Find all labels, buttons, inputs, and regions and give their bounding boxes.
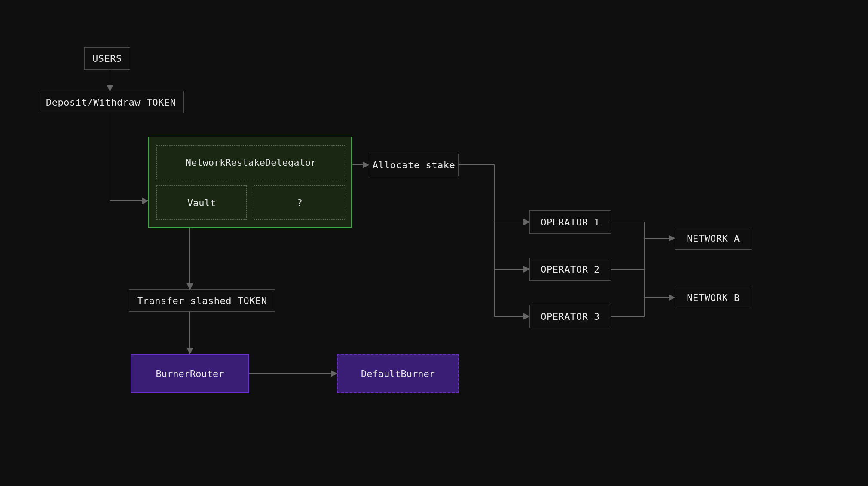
operator-1-label: OPERATOR 1 <box>541 217 599 228</box>
allocate-text: Allocate stake <box>373 160 455 170</box>
node-default-burner: DefaultBurner <box>337 354 459 393</box>
edge-label-allocate-stake: Allocate stake <box>369 154 459 176</box>
vault-group: NetworkRestakeDelegator Vault ? <box>148 137 352 228</box>
node-delegator: NetworkRestakeDelegator <box>156 145 345 179</box>
network-a-label: NETWORK A <box>687 233 740 244</box>
burner-router-label: BurnerRouter <box>156 368 224 379</box>
node-users: USERS <box>84 47 130 70</box>
deposit-withdraw-text: Deposit/Withdraw TOKEN <box>46 97 176 108</box>
unknown-label: ? <box>296 197 302 208</box>
transfer-slashed-text: Transfer slashed TOKEN <box>137 295 267 306</box>
operator-3-label: OPERATOR 3 <box>541 311 599 322</box>
vault-label: Vault <box>187 197 216 208</box>
node-network-b: NETWORK B <box>675 286 752 309</box>
delegator-label: NetworkRestakeDelegator <box>186 157 317 168</box>
node-network-a: NETWORK A <box>675 227 752 250</box>
network-b-label: NETWORK B <box>687 292 740 303</box>
node-operator-3: OPERATOR 3 <box>529 305 611 328</box>
edge-label-transfer-slashed: Transfer slashed TOKEN <box>129 289 275 312</box>
node-burner-router: BurnerRouter <box>131 354 249 393</box>
edge-label-deposit-withdraw: Deposit/Withdraw TOKEN <box>38 91 184 113</box>
diagram-canvas: USERS Deposit/Withdraw TOKEN NetworkRest… <box>0 0 868 486</box>
node-unknown: ? <box>254 185 345 220</box>
node-operator-1: OPERATOR 1 <box>529 210 611 234</box>
default-burner-label: DefaultBurner <box>361 368 435 379</box>
node-operator-2: OPERATOR 2 <box>529 258 611 281</box>
operator-2-label: OPERATOR 2 <box>541 264 599 275</box>
node-users-label: USERS <box>92 53 122 64</box>
node-vault: Vault <box>156 185 247 220</box>
